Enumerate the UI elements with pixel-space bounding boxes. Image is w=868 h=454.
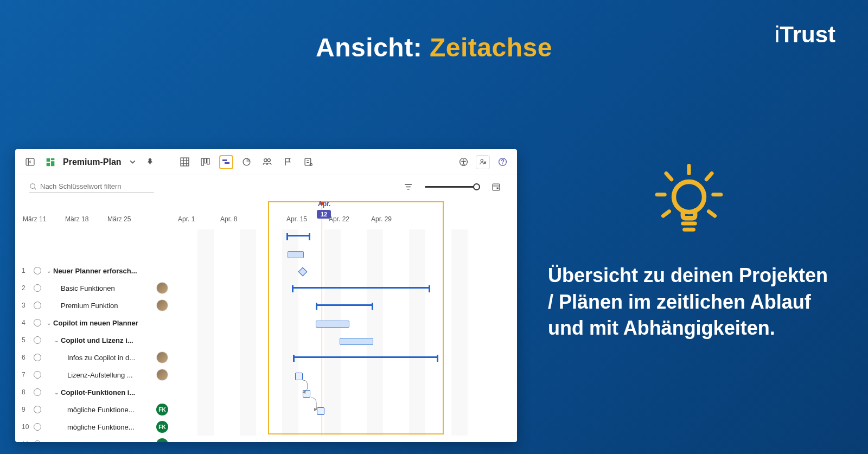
task-complete-circle[interactable]	[34, 267, 41, 274]
row-number: 7	[22, 371, 34, 379]
summary-bar-row8[interactable]	[293, 356, 438, 358]
zoom-slider[interactable]	[425, 186, 479, 188]
svg-rect-42	[493, 184, 500, 190]
svg-rect-10	[26, 158, 34, 165]
task-row[interactable]: 3Premium Funktion	[15, 297, 178, 314]
board-view-icon[interactable]	[199, 155, 213, 169]
svg-point-23	[264, 159, 267, 162]
chart-view-icon[interactable]	[240, 155, 254, 169]
search-input[interactable]	[29, 181, 154, 193]
task-bar-row6[interactable]	[316, 321, 349, 328]
svg-point-7	[674, 182, 704, 212]
svg-line-5	[663, 212, 669, 216]
task-name[interactable]: mögliche Funktione...	[67, 406, 135, 414]
task-complete-circle[interactable]	[34, 388, 41, 396]
search-field[interactable]	[40, 182, 154, 190]
task-row[interactable]: 10mögliche Funktione...FK	[15, 418, 178, 436]
task-name[interactable]: Copilot und Lizenz i...	[61, 336, 133, 344]
svg-rect-21	[225, 162, 229, 164]
task-complete-circle[interactable]	[34, 319, 41, 327]
summary-bar-row4[interactable]	[292, 287, 430, 289]
svg-point-30	[463, 159, 464, 161]
task-bar-row7[interactable]	[340, 338, 373, 345]
task-name[interactable]: Infos zu Copilot in d...	[67, 354, 135, 362]
view-switcher	[178, 155, 316, 169]
avatar[interactable]: FK	[156, 404, 168, 415]
share-icon[interactable]	[476, 155, 490, 169]
assignments-view-icon[interactable]	[302, 155, 316, 169]
summary-bar-row5[interactable]	[316, 304, 373, 306]
task-name[interactable]: Lizenz-Aufstellung ...	[67, 371, 133, 379]
task-name[interactable]: mögliche Funktione...	[67, 423, 135, 431]
avatar[interactable]	[156, 369, 168, 381]
avatar[interactable]	[156, 299, 168, 311]
task-row[interactable]: 5⌄Copilot und Lizenz i...	[15, 331, 178, 349]
avatar[interactable]: FK	[156, 438, 168, 442]
task-row[interactable]: 9mögliche Funktione...FK	[15, 401, 178, 418]
task-bar-row9[interactable]	[295, 373, 303, 380]
chevron-down-icon[interactable]: ⌄	[54, 337, 59, 343]
task-row[interactable]: 8⌄Copilot-Funktionen i...	[15, 383, 178, 401]
help-icon[interactable]	[495, 155, 509, 169]
task-row[interactable]: 11mögliche Funktione...FK	[15, 436, 178, 442]
today-jump-icon[interactable]	[489, 180, 503, 194]
task-complete-circle[interactable]	[34, 336, 41, 344]
lightbulb-icon	[548, 163, 830, 241]
task-complete-circle[interactable]	[34, 440, 41, 442]
task-complete-circle[interactable]	[34, 284, 41, 292]
summary-bar-row1[interactable]	[286, 235, 310, 236]
chevron-down-icon[interactable]: ⌄	[54, 389, 59, 395]
plan-logo-icon	[44, 156, 56, 168]
svg-rect-19	[207, 158, 209, 164]
task-name[interactable]: mögliche Funktione...	[67, 440, 135, 443]
date-column	[263, 215, 286, 223]
row-number: 2	[22, 284, 34, 292]
avatar[interactable]	[156, 282, 168, 294]
accessibility-icon[interactable]	[456, 155, 470, 169]
task-name[interactable]: Copilot im neuen Planner	[53, 319, 138, 327]
milestone-row3[interactable]	[298, 267, 308, 277]
svg-point-36	[502, 163, 503, 164]
task-row[interactable]: 2Basic Funktionen	[15, 279, 178, 297]
task-name[interactable]: Premium Funktion	[61, 302, 118, 310]
brand-logo: iTrust	[775, 22, 835, 48]
filter-row	[15, 175, 517, 197]
task-complete-circle[interactable]	[34, 371, 41, 379]
app-toolbar: Premium-Plan	[15, 149, 517, 175]
task-bar-row11[interactable]	[317, 407, 324, 415]
task-complete-circle[interactable]	[34, 354, 41, 361]
chevron-down-icon[interactable]: ⌄	[47, 320, 51, 326]
avatar[interactable]	[156, 351, 168, 363]
gantt-overlay	[178, 229, 517, 436]
task-name[interactable]: Copilot-Funktionen i...	[61, 388, 135, 397]
task-name[interactable]: Neuer Planner erforsch...	[53, 267, 137, 275]
row-number: 4	[22, 319, 34, 327]
side-description: Übersicht zu deinen Projekten / Plänen i…	[548, 263, 830, 342]
grid-view-icon[interactable]	[178, 155, 192, 169]
row-number: 9	[22, 406, 34, 413]
chevron-down-icon[interactable]: ⌄	[47, 268, 51, 274]
task-bar-row2[interactable]	[288, 251, 304, 258]
avatar[interactable]: FK	[156, 421, 168, 433]
svg-line-1	[666, 174, 672, 180]
task-row[interactable]: 4⌄Copilot im neuen Planner	[15, 314, 178, 331]
pin-icon[interactable]	[143, 155, 157, 169]
date-column: März 18	[65, 215, 107, 223]
collapse-nav-icon[interactable]	[23, 155, 37, 169]
task-bar-row10[interactable]	[303, 390, 310, 398]
task-complete-circle[interactable]	[34, 302, 41, 309]
task-row[interactable]: 1⌄Neuer Planner erforsch...	[15, 262, 178, 279]
row-number: 10	[22, 423, 34, 431]
task-name[interactable]: Basic Funktionen	[61, 284, 115, 292]
plan-title[interactable]: Premium-Plan	[63, 157, 122, 167]
goals-view-icon[interactable]	[281, 155, 295, 169]
people-view-icon[interactable]	[260, 155, 275, 169]
filter-icon[interactable]	[401, 180, 415, 194]
timeline-view-icon[interactable]	[219, 155, 233, 169]
svg-rect-20	[222, 159, 227, 161]
task-row[interactable]: 6Infos zu Copilot in d...	[15, 349, 178, 366]
task-complete-circle[interactable]	[34, 406, 41, 413]
task-complete-circle[interactable]	[34, 423, 41, 431]
chevron-down-icon[interactable]	[126, 155, 140, 169]
task-row[interactable]: 7Lizenz-Aufstellung ...	[15, 366, 178, 383]
